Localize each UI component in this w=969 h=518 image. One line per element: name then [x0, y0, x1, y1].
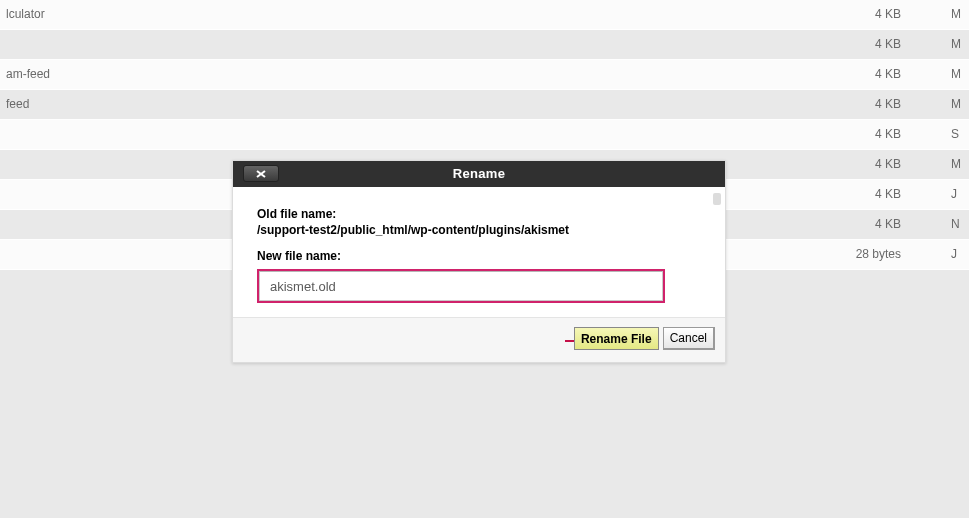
table-row[interactable]: lculator 4 KB M	[0, 0, 969, 30]
file-date: M	[951, 37, 963, 51]
old-filename-label: Old file name:	[257, 207, 701, 221]
file-date: M	[951, 67, 963, 81]
file-name: feed	[6, 97, 29, 111]
rename-file-button[interactable]: Rename File	[574, 327, 659, 350]
file-size: 4 KB	[875, 37, 901, 51]
file-size: 4 KB	[875, 157, 901, 171]
file-date: M	[951, 157, 963, 171]
file-size: 4 KB	[875, 97, 901, 111]
file-size: 4 KB	[875, 127, 901, 141]
rename-dialog: Rename Old file name: /support-test2/pub…	[232, 160, 726, 363]
file-size: 28 bytes	[856, 247, 901, 261]
file-size: 4 KB	[875, 187, 901, 201]
dialog-body: Old file name: /support-test2/public_htm…	[233, 187, 725, 318]
file-date: J	[951, 187, 963, 201]
file-date: N	[951, 217, 963, 231]
new-filename-highlight	[257, 269, 665, 303]
file-name: lculator	[6, 7, 45, 21]
file-size: 4 KB	[875, 7, 901, 21]
table-row[interactable]: am-feed 4 KB M	[0, 60, 969, 90]
file-date: J	[951, 247, 963, 261]
new-filename-input[interactable]	[259, 271, 663, 301]
file-name: am-feed	[6, 67, 50, 81]
dialog-header[interactable]: Rename	[233, 161, 725, 187]
old-filename-value: /support-test2/public_html/wp-content/pl…	[257, 223, 701, 237]
new-filename-label: New file name:	[257, 249, 701, 263]
file-date: S	[951, 127, 963, 141]
table-row[interactable]: 4 KB S	[0, 120, 969, 150]
file-date: M	[951, 7, 963, 21]
cancel-button[interactable]: Cancel	[663, 327, 715, 350]
table-row[interactable]: 4 KB M	[0, 30, 969, 60]
file-date: M	[951, 97, 963, 111]
file-size: 4 KB	[875, 217, 901, 231]
scrollbar-thumb[interactable]	[713, 193, 721, 205]
dialog-title: Rename	[233, 166, 725, 181]
table-row[interactable]: feed 4 KB M	[0, 90, 969, 120]
file-size: 4 KB	[875, 67, 901, 81]
dialog-footer: Rename File Cancel	[233, 318, 725, 362]
